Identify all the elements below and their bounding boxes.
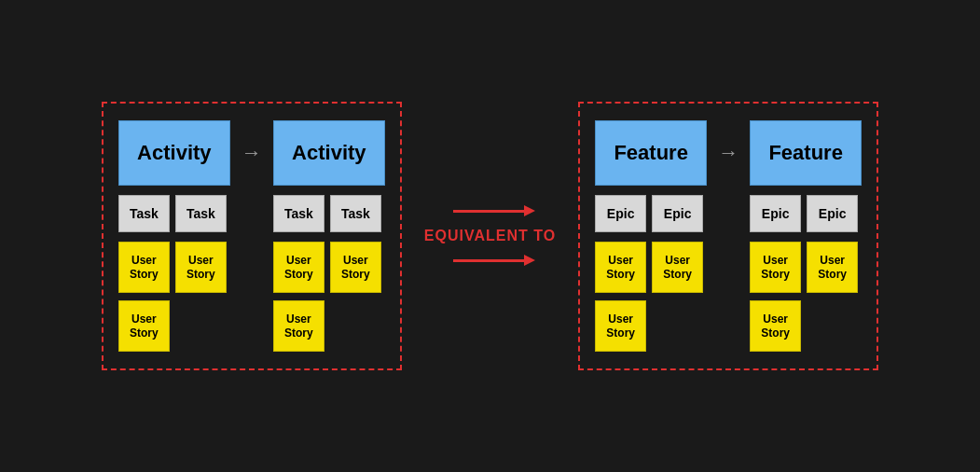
right-userstory-card-2: User Story <box>652 242 703 293</box>
left-dashed-box: Activity Task Task User Story User Story… <box>102 102 402 370</box>
red-line-top <box>453 210 528 213</box>
right-userstory-section-2: User Story User Story User Story <box>750 242 862 352</box>
epics-row-2: Epic Epic <box>750 195 862 232</box>
right-group-1: Feature Epic Epic User Story User Story … <box>595 120 707 352</box>
userstory-card-3: User Story <box>118 300 170 352</box>
task-card-3: Task <box>273 195 324 232</box>
userstory-card-2: User Story <box>175 242 227 293</box>
right-userstory-card-5: User Story <box>807 242 858 293</box>
task-card-2: Task <box>175 195 227 232</box>
userstory-card-1: User Story <box>118 242 170 293</box>
userstory-section-1: User Story User Story User Story <box>118 242 230 352</box>
middle-section: EQUIVALENT TO <box>424 210 556 262</box>
epic-card-3: Epic <box>750 195 801 232</box>
right-arrow-gray: → <box>718 141 738 165</box>
epic-card-1: Epic <box>595 195 646 232</box>
arrow-red-bottom <box>453 259 528 262</box>
userstory-card-4: User Story <box>273 242 324 293</box>
right-group-2: Feature Epic Epic User Story User Story … <box>750 120 862 352</box>
right-userstory-section-1: User Story User Story User Story <box>595 242 707 352</box>
equivalent-label: EQUIVALENT TO <box>424 228 556 244</box>
feature-card-2: Feature <box>750 120 862 186</box>
red-line-bottom <box>453 259 528 262</box>
activity-row: Activity Task Task User Story User Story… <box>118 120 385 352</box>
feature-row: Feature Epic Epic User Story User Story … <box>595 120 862 352</box>
task-card-1: Task <box>118 195 170 232</box>
epics-row-1: Epic Epic <box>595 195 707 232</box>
feature-card-1: Feature <box>595 120 707 186</box>
right-userstory-card-1: User Story <box>595 242 646 293</box>
left-group-1: Activity Task Task User Story User Story… <box>118 120 230 352</box>
activity-card-2: Activity <box>273 120 385 186</box>
left-group-2: Activity Task Task User Story User Story… <box>273 120 385 352</box>
task-card-4: Task <box>330 195 381 232</box>
tasks-row-1: Task Task <box>118 195 230 232</box>
userstory-card-6: User Story <box>273 300 324 352</box>
right-dashed-box: Feature Epic Epic User Story User Story … <box>578 102 878 370</box>
arrow-red-top <box>453 210 528 213</box>
epic-card-2: Epic <box>652 195 703 232</box>
tasks-row-2: Task Task <box>273 195 385 232</box>
epic-card-4: Epic <box>807 195 858 232</box>
right-userstory-card-4: User Story <box>750 242 801 293</box>
left-arrow-gray: → <box>242 141 262 165</box>
userstory-card-5: User Story <box>330 242 381 293</box>
userstory-section-2: User Story User Story User Story <box>273 242 385 352</box>
right-userstory-card-6: User Story <box>750 300 801 352</box>
right-userstory-card-3: User Story <box>595 300 646 352</box>
activity-card-1: Activity <box>118 120 230 186</box>
